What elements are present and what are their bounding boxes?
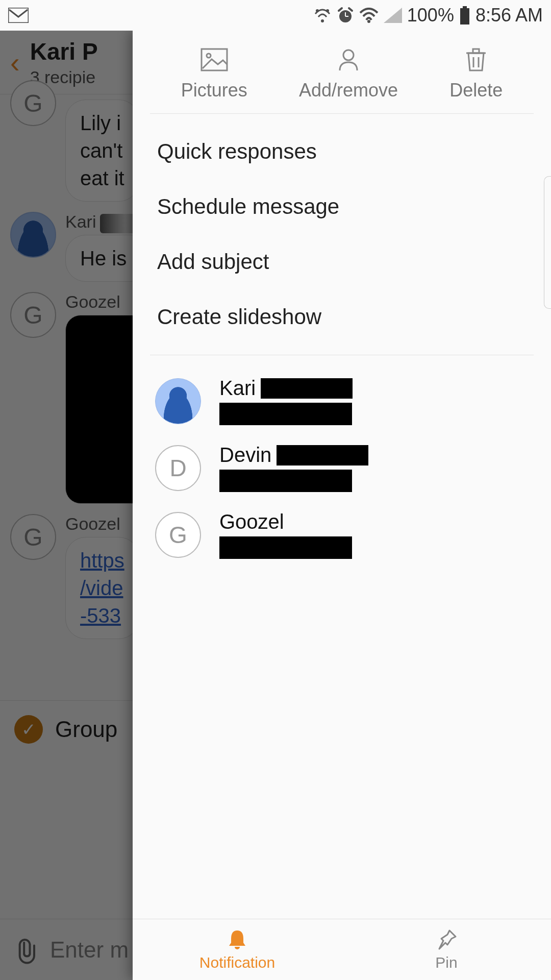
- scroll-indicator[interactable]: [544, 176, 551, 309]
- schedule-message-item[interactable]: Schedule message: [150, 179, 534, 234]
- clock-time: 8:56 AM: [475, 5, 543, 26]
- svg-rect-0: [8, 8, 29, 23]
- svg-rect-17: [473, 49, 479, 53]
- contacts-list: Kari D Devin G Goozel: [150, 355, 534, 580]
- bell-icon: [226, 928, 248, 951]
- delete-button[interactable]: Delete: [449, 46, 503, 101]
- wifi-icon: [359, 8, 379, 23]
- contact-name: Kari: [219, 377, 353, 400]
- panel-bottom-bar: Notification Pin: [133, 919, 551, 980]
- avatar: D: [155, 445, 201, 491]
- svg-point-9: [367, 20, 370, 23]
- pictures-icon: [201, 46, 228, 74]
- notification-tab[interactable]: Notification: [133, 919, 342, 980]
- contact-row[interactable]: G Goozel: [155, 501, 529, 568]
- alarm-icon: [337, 7, 354, 24]
- avatar: [155, 378, 201, 424]
- gmail-icon: [8, 8, 29, 23]
- contact-row[interactable]: D Devin: [155, 434, 529, 501]
- pictures-label: Pictures: [181, 80, 247, 101]
- avatar: G: [155, 512, 201, 558]
- svg-point-2: [316, 9, 319, 12]
- svg-rect-11: [460, 8, 469, 24]
- delete-label: Delete: [449, 80, 503, 101]
- add-remove-label: Add/remove: [299, 80, 398, 101]
- status-bar: 100% 8:56 AM: [0, 0, 551, 31]
- person-icon: [335, 46, 362, 74]
- pin-tab[interactable]: Pin: [342, 919, 551, 980]
- contact-name: Devin: [219, 444, 368, 467]
- trash-icon: [462, 46, 490, 74]
- quick-responses-item[interactable]: Quick responses: [150, 124, 534, 179]
- pin-label: Pin: [435, 954, 457, 971]
- overflow-panel: Pictures Add/remove Delete Quick respons…: [133, 31, 551, 980]
- contact-name: Goozel: [219, 510, 352, 533]
- create-slideshow-item[interactable]: Create slideshow: [150, 289, 534, 345]
- battery-icon: [459, 6, 470, 24]
- wifi-calling-icon: [313, 8, 332, 23]
- signal-icon: [384, 8, 402, 23]
- redacted-text: [261, 378, 353, 399]
- battery-percent: 100%: [407, 5, 454, 26]
- svg-point-3: [326, 9, 329, 12]
- panel-menu-list: Quick responses Schedule message Add sub…: [150, 114, 534, 355]
- svg-point-1: [321, 19, 324, 22]
- contact-row[interactable]: Kari: [155, 368, 529, 434]
- svg-point-15: [343, 50, 354, 60]
- svg-rect-12: [463, 6, 467, 8]
- svg-point-14: [207, 54, 211, 58]
- redacted-text: [219, 470, 352, 492]
- pictures-button[interactable]: Pictures: [181, 46, 247, 101]
- pin-icon: [435, 928, 458, 951]
- panel-actions-row: Pictures Add/remove Delete: [150, 31, 534, 114]
- add-remove-button[interactable]: Add/remove: [299, 46, 398, 101]
- notification-label: Notification: [199, 954, 275, 971]
- svg-line-8: [349, 8, 352, 11]
- redacted-text: [219, 403, 352, 425]
- add-subject-item[interactable]: Add subject: [150, 234, 534, 289]
- svg-marker-10: [384, 8, 402, 23]
- svg-line-7: [339, 8, 342, 11]
- redacted-text: [219, 536, 352, 559]
- redacted-text: [277, 445, 368, 465]
